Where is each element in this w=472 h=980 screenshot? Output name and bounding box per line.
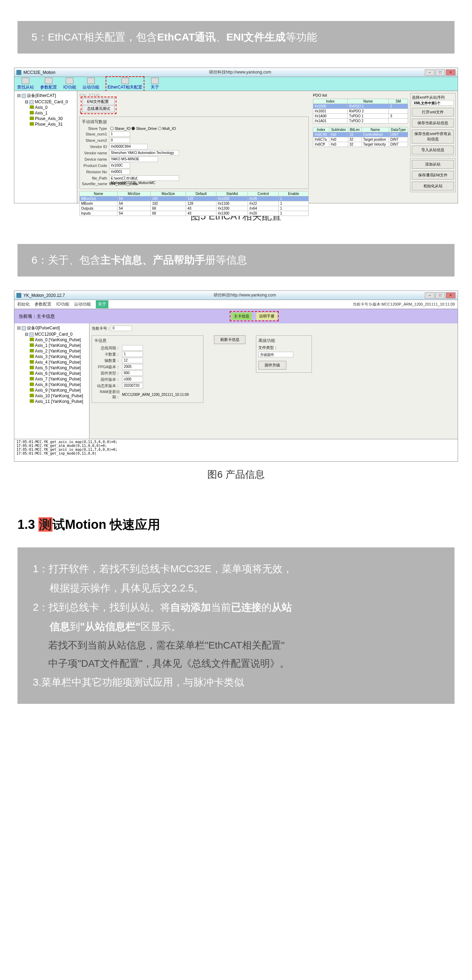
minimize-button[interactable]: – [425, 69, 435, 76]
product-code-input[interactable]: #x100C [109, 163, 130, 169]
menu-init[interactable]: 初始化 [17, 301, 30, 307]
menu-motion[interactable]: 运动功能 [74, 301, 91, 307]
toolbar-io[interactable]: IO功能 [63, 78, 76, 90]
add-slave-button[interactable]: 添加从站 [412, 160, 454, 169]
tree-axis1[interactable]: Axis_1 [16, 110, 76, 116]
count-val: 1 [122, 352, 143, 357]
table-row[interactable]: #x1A01TxPDO 2 [313, 119, 408, 124]
gear-icon [45, 78, 52, 84]
pdo1-table: IndexNameSM#x1600RxPDO 12#x1601RxPDO 2#x… [313, 99, 408, 124]
toolbar-find[interactable]: 查找从站 [17, 78, 34, 90]
tree-root2[interactable]: ⊟ 设备0[PulseCard] [16, 325, 88, 331]
tree-axis[interactable]: Axis_3 [YanKong_Pulse] [16, 354, 88, 360]
tree-p30[interactable]: Pluse_Axis_30 [16, 116, 76, 121]
menu-io[interactable]: IO功能 [56, 301, 69, 307]
tree-axis[interactable]: Axis_2 [YanKong_Pulse] [16, 348, 88, 354]
app-title: MCC32E_Motion [24, 70, 55, 75]
revision-input[interactable]: #x0001 [109, 169, 130, 175]
table-row[interactable]: MBoxIn54192128#x1100#x221 [80, 201, 309, 206]
close-button[interactable]: × [446, 292, 456, 299]
card-info-area: 当前卡号：0 卡信息 总线周期： 卡数量：1 轴数量：12 FPGA版本：200… [90, 323, 458, 439]
toolbar-ethcat-highlighted: EtherCAT相关配置 [106, 76, 145, 92]
toolbar-ethcat[interactable]: EtherCAT相关配置 [108, 78, 143, 90]
toolbar-about[interactable]: 关于 [151, 78, 159, 90]
tree-root[interactable]: ⊟ 设备[EtherCAT] [16, 92, 76, 99]
init-slave-button[interactable]: 初始化从站 [412, 181, 454, 190]
table-row[interactable]: #x6C7a#x032Target positionDINT [313, 137, 408, 142]
maximize-button[interactable]: □ [435, 292, 445, 299]
tree-axis[interactable]: Axis_7 [YanKong_Pulse] [16, 376, 88, 382]
table-row[interactable]: Outputs546843#x1200#x641 [80, 206, 309, 211]
section5-header: 5：EthCAT相关配置，包含EthCAT通讯、ENI文件生成等功能 [17, 21, 455, 54]
upgrade-button[interactable]: 固件升级 [258, 361, 286, 370]
tree-axis[interactable]: Axis_1 [YanKong_Pulse] [16, 343, 88, 348]
table-row[interactable]: #x1A00TxPDO 13 [313, 114, 408, 119]
dropdown-eni[interactable]: ENI文件配置 [82, 98, 115, 105]
manual-title: 手动填写数据 [82, 119, 306, 125]
card-info-button[interactable]: 主卡信息 [231, 313, 252, 320]
save-eni-button[interactable]: 保存通讯ENI文件 [412, 171, 454, 180]
table-row[interactable]: Inputs546843#x1300#x201 [80, 211, 309, 216]
card-info-title: 卡信息 [94, 338, 201, 344]
cycle-val [122, 345, 143, 351]
tree-card2[interactable]: ⊟ MCC1200P_Card_0 [16, 331, 88, 337]
tree-axis[interactable]: Axis_10 [YanKong_Pulse] [16, 393, 88, 399]
motion-icon [87, 78, 95, 84]
tree-axis[interactable]: Axis_8 [YanKong_Pulse] [16, 382, 88, 387]
import-button[interactable]: 导入从站信息 [412, 146, 454, 154]
filetype-select[interactable]: 升级固件 [258, 352, 293, 357]
tree-axis[interactable]: Axis_4 [YanKong_Pulse] [16, 360, 88, 365]
slave-num2-input[interactable]: 0 [109, 138, 130, 143]
device-name-input[interactable]: YAKO MS-MINI3E [109, 156, 158, 162]
lib-val: 20200720 [122, 383, 143, 388]
refresh-button[interactable]: 刷新卡信息 [214, 335, 246, 344]
tree-axis[interactable]: Axis_5 [YanKong_Pulse] [16, 365, 88, 371]
menu-about[interactable]: 关于 [96, 300, 108, 309]
manual-button[interactable]: 说明手册 [256, 313, 277, 320]
table-row[interactable]: #x1600RxPDO 12 [313, 104, 408, 109]
tree-axis[interactable]: Axis_0 [YanKong_Pulse] [16, 337, 88, 343]
titlebar: MCC32E_Motion 研控科技http://www.yankong.com… [14, 68, 458, 77]
tree-axis[interactable]: Axis_6 [YanKong_Pulse] [16, 371, 88, 376]
radio-mult-io[interactable] [158, 127, 162, 130]
file-path-input[interactable]: E:\word工作\测试Motion\MCC32E_Motion\MC [109, 175, 179, 181]
tree-card[interactable]: ⊟ MCC32E_Card_0 [16, 99, 76, 105]
table-row[interactable]: #x1601RxPDO 2 [313, 109, 408, 114]
slave-num1-input[interactable]: 1 [109, 131, 130, 137]
table-row[interactable]: MBoxOut54192128#x1000#x261 [80, 196, 309, 201]
section-1-3-heading: 1.3 测试Motion 快速应用 [17, 516, 455, 533]
pdo2-table: IndexSubIndexBitLenNameDataType#x6C40#x0… [313, 127, 408, 147]
xml-select[interactable]: XML文件中第1个 [412, 100, 454, 106]
ethcat-icon [121, 78, 129, 84]
app-icon [16, 70, 21, 75]
tree-panel: ⊟ 设备[EtherCAT] ⊟ MCC32E_Card_0 Axis_0 Ax… [14, 91, 77, 203]
tree-axis[interactable]: Axis_9 [YanKong_Pulse] [16, 387, 88, 393]
app-title: YK_Motion_2020.12.7 [24, 293, 65, 298]
toolbar-param[interactable]: 参数配置 [40, 78, 57, 90]
close-button[interactable]: × [446, 69, 456, 76]
tree-axis[interactable]: Axis_11 [YanKong_Pulse] [16, 399, 88, 404]
table-row[interactable]: #x6Cff#x032Target VelocityDINT [313, 142, 408, 147]
maximize-button[interactable]: □ [435, 69, 445, 76]
menu-param[interactable]: 参数配置 [35, 301, 51, 307]
radio-slave-io[interactable] [110, 127, 114, 130]
vendor-id-input[interactable]: #x0000C994 [109, 144, 147, 150]
save-all-button[interactable]: 保存当前xml中所有从站信息 [412, 129, 454, 143]
radio-slave-drive[interactable] [131, 127, 135, 130]
titlebar2: YK_Motion_2020.12.7 研控科技http://www.yanko… [14, 291, 458, 300]
card-num-input[interactable]: 0 [111, 326, 132, 331]
minimize-button[interactable]: – [425, 292, 435, 299]
dropdown-bus[interactable]: 总线通讯测试 [82, 105, 115, 112]
open-xml-button[interactable]: 打开xml文件 [412, 108, 454, 116]
form-area: ENI_ETH6··· ENI文件配置 总线通讯测试 当前从站··· 手动填写数… [77, 91, 311, 203]
vendor-name-input[interactable]: Shenzhen YAKO Automation Technology [109, 150, 179, 156]
save-info-button[interactable]: 保存当前从站信息 [412, 119, 454, 127]
tree-axis0[interactable]: Axis_0 [16, 105, 76, 110]
ram-val: MCC1200P_ARM_1200_201111_10:11:09 [122, 393, 189, 396]
fwver-val: c000 [122, 377, 143, 382]
tree-p31[interactable]: Pluse_Axis_31 [16, 121, 76, 127]
table-row[interactable]: #x6C40#x016ControlWordUINT [313, 132, 408, 137]
axes-val: 12 [122, 358, 143, 363]
search-icon [22, 78, 29, 84]
toolbar-motion[interactable]: 运动功能 [82, 78, 99, 90]
